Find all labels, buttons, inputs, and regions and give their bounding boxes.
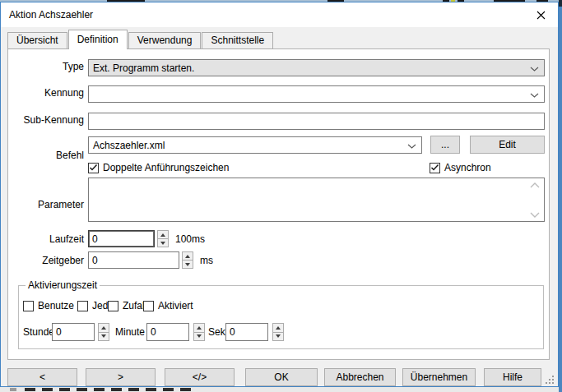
close-button[interactable] (528, 5, 553, 25)
zeitgeber-unit: ms (200, 255, 213, 266)
background-window-bottom-edge (0, 387, 559, 392)
title-bar: Aktion Achszaehler (1, 2, 558, 27)
minute-spinner (193, 323, 205, 341)
help-button[interactable]: Hilfe (484, 368, 541, 386)
type-combobox[interactable]: Ext. Programm starten. (88, 59, 545, 76)
scroll-down-icon[interactable] (530, 212, 540, 218)
checkbox-box (108, 301, 118, 311)
spin-down-button[interactable] (182, 260, 193, 269)
tab-verwendung[interactable]: Verwendung (128, 32, 202, 49)
sub-kennung-label: Sub-Kennung (8, 114, 84, 126)
minute-label: Minute (115, 326, 145, 338)
spin-down-icon (160, 242, 165, 245)
sub-kennung-input[interactable] (88, 113, 545, 130)
spin-down-button[interactable] (272, 332, 284, 342)
stunde-input[interactable] (52, 323, 95, 341)
spin-up-icon (185, 255, 190, 258)
spin-up-icon (160, 233, 165, 237)
checkbox-label: Benutze (38, 300, 74, 311)
parameter-label: Parameter (8, 199, 84, 210)
ok-button[interactable]: OK (245, 368, 318, 386)
spin-up-icon (197, 326, 202, 330)
close-icon (536, 11, 546, 20)
befehl-combobox[interactable]: Achszaehler.xml (88, 136, 422, 154)
spin-down-button[interactable] (193, 332, 205, 342)
kennung-combobox[interactable] (88, 85, 545, 103)
sek-spinner (272, 323, 284, 341)
kennung-label: Kennung (8, 87, 84, 99)
type-label: Type (8, 61, 84, 72)
aktiviert-checkbox[interactable]: Aktiviert (143, 300, 193, 311)
chevron-down-icon (530, 93, 539, 98)
apply-button[interactable]: Übernehmen (402, 368, 476, 386)
zufall-checkbox[interactable]: Zufall (108, 300, 146, 311)
laufzeit-input[interactable] (88, 230, 155, 247)
checkbox-label: Asynchron (444, 162, 491, 173)
parameter-textarea[interactable] (88, 178, 545, 222)
spin-down-icon (197, 334, 202, 338)
minute-input[interactable] (146, 323, 189, 341)
background-window-right-edge (559, 0, 562, 392)
checkbox-label: Doppelte Anführungszeichen (103, 162, 229, 173)
spin-down-button[interactable] (157, 238, 169, 247)
doppelte-anfuehrungszeichen-checkbox[interactable]: Doppelte Anführungszeichen (88, 162, 229, 173)
aktivierungszeit-group: Aktivierungszeit Benutze Jede Zufall Akt… (18, 285, 544, 349)
spin-up-icon (276, 326, 281, 330)
befehl-label: Befehl (8, 150, 84, 161)
code-button[interactable]: </> (165, 368, 235, 386)
background-clipped-text (25, 388, 193, 391)
spin-down-icon (185, 263, 190, 266)
sek-input[interactable] (225, 323, 268, 341)
type-combobox-value: Ext. Programm starten. (93, 62, 194, 74)
benutze-checkbox[interactable]: Benutze (23, 300, 74, 311)
zeitgeber-spinner (182, 251, 193, 269)
spin-down-button[interactable] (98, 332, 109, 342)
zeitgeber-input[interactable] (88, 251, 179, 269)
stunde-label: Stunde (23, 326, 54, 338)
check-icon (430, 164, 439, 172)
tab-strip: Übersicht Definition Verwendung Schnitts… (7, 30, 274, 49)
spin-down-icon (101, 334, 106, 338)
back-button[interactable]: < (7, 368, 77, 386)
scroll-up-icon[interactable] (530, 182, 540, 188)
chevron-down-icon (530, 67, 539, 71)
window-title: Aktion Achszaehler (9, 2, 93, 27)
chevron-down-icon (407, 144, 416, 149)
laufzeit-unit: 100ms (175, 233, 205, 245)
checkbox-label: Aktiviert (158, 300, 193, 311)
edit-button[interactable]: Edit (470, 136, 545, 154)
cancel-button[interactable]: Abbrechen (324, 368, 396, 386)
befehl-combobox-value: Achszaehler.xml (93, 140, 165, 151)
asynchron-checkbox[interactable]: Asynchron (430, 162, 491, 173)
checkbox-box (88, 163, 99, 173)
dialog-aktion-achszaehler: Aktion Achszaehler Übersicht Definition … (0, 2, 559, 387)
browse-button[interactable]: ... (430, 136, 460, 154)
checkbox-box (143, 301, 154, 311)
checkbox-box (430, 163, 440, 173)
laufzeit-spinner (157, 230, 169, 247)
aktivierungszeit-group-title: Aktivierungszeit (26, 279, 100, 291)
tab-definition[interactable]: Definition (68, 30, 128, 49)
checkbox-box (23, 301, 34, 311)
checkbox-box (77, 301, 88, 311)
resize-grip[interactable] (546, 376, 554, 384)
background-artifact (559, 0, 562, 7)
check-icon (89, 164, 98, 172)
tab-uebersicht[interactable]: Übersicht (7, 32, 67, 49)
tab-schnittstelle[interactable]: Schnittstelle (202, 32, 273, 49)
tab-page-definition: Type Ext. Programm starten. Kennung Sub-… (7, 48, 550, 360)
stunde-spinner (98, 323, 109, 341)
zeitgeber-label: Zeitgeber (8, 255, 84, 266)
forward-button[interactable]: > (86, 368, 156, 386)
background-artifact (10, 388, 16, 391)
spin-up-icon (101, 326, 106, 330)
laufzeit-label: Laufzeit (8, 233, 84, 245)
spin-down-icon (276, 334, 281, 338)
